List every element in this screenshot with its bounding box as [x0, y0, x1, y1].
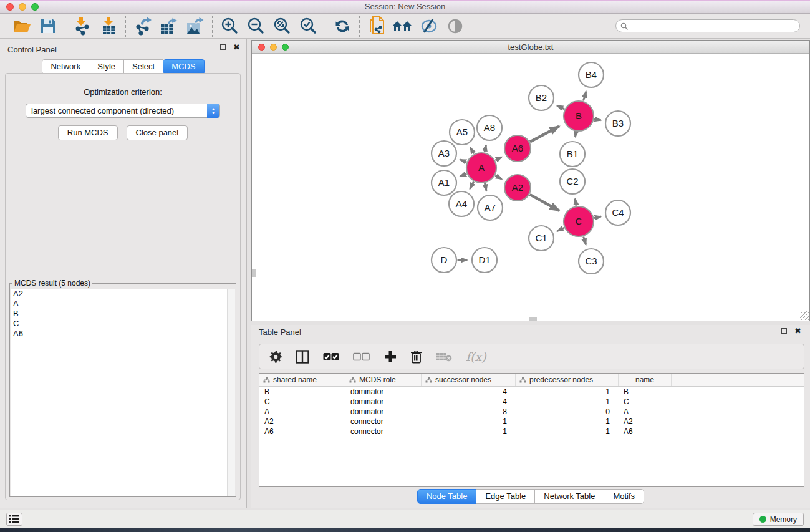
network-window-titlebar[interactable]: testGlobe.txt: [252, 41, 809, 54]
table-cell[interactable]: 1: [516, 387, 619, 397]
table-cell[interactable]: 4: [422, 387, 516, 397]
network-canvas[interactable]: B4B2BB3B1A5A8A6A3AA1A2A4A7C2C4CC1C3DD1: [252, 54, 809, 321]
table-cell[interactable]: 4: [422, 397, 516, 407]
table-row[interactable]: A6connector11A6: [259, 427, 804, 437]
table-cell[interactable]: 0: [516, 407, 619, 417]
graph-edge-B-B3[interactable]: [594, 119, 601, 120]
graph-edge-A-A3[interactable]: [460, 160, 466, 162]
graph-edge-C-C1[interactable]: [557, 228, 564, 231]
table-cell[interactable]: 1: [422, 427, 516, 437]
gear-icon[interactable]: [269, 351, 282, 363]
zoom-fit-icon[interactable]: [271, 16, 293, 36]
list-item[interactable]: C: [11, 319, 235, 329]
table-cell[interactable]: 1: [422, 417, 516, 427]
column-header-predecessor-nodes[interactable]: predecessor nodes: [516, 374, 619, 386]
close-panel-button[interactable]: Close panel: [127, 125, 188, 140]
tab-network-table[interactable]: Network Table: [535, 489, 604, 504]
export-table-icon[interactable]: [158, 16, 180, 36]
open-file-icon[interactable]: [11, 16, 33, 36]
float-table-panel-icon[interactable]: [781, 328, 787, 334]
columns-icon[interactable]: [296, 350, 309, 364]
graph-edge-A-A7[interactable]: [485, 183, 486, 191]
table-row[interactable]: Adominator80A: [259, 407, 804, 417]
search-input[interactable]: [615, 19, 800, 32]
close-panel-icon[interactable]: ✖: [233, 44, 240, 50]
function-builder-icon[interactable]: f(x): [466, 350, 486, 364]
list-item[interactable]: A2: [11, 289, 235, 299]
resize-grip-icon[interactable]: [800, 311, 809, 320]
add-icon[interactable]: [384, 351, 397, 363]
graph-edge-A-A8[interactable]: [485, 145, 486, 152]
table-cell[interactable]: C: [619, 397, 672, 407]
table-cell[interactable]: connector: [345, 427, 422, 437]
save-session-icon[interactable]: [37, 16, 59, 36]
zoom-in-icon[interactable]: [218, 16, 241, 36]
zoom-out-icon[interactable]: [244, 16, 267, 36]
tab-motifs[interactable]: Motifs: [604, 489, 644, 504]
criterion-dropdown[interactable]: largest connected component (directed) ▲…: [26, 104, 220, 118]
column-header-successor-nodes[interactable]: successor nodes: [422, 374, 516, 386]
float-panel-icon[interactable]: [220, 44, 226, 50]
table-row[interactable]: A2connector11A2: [259, 417, 804, 427]
list-item[interactable]: A6: [11, 329, 235, 339]
table-cell[interactable]: A6: [259, 427, 345, 437]
tab-network[interactable]: Network: [42, 59, 89, 74]
task-history-button[interactable]: [6, 513, 22, 526]
memory-button[interactable]: Memory: [753, 513, 804, 526]
delete-icon[interactable]: [410, 350, 422, 364]
export-image-icon[interactable]: [184, 16, 206, 36]
graph-edge-B-B4[interactable]: [583, 92, 586, 101]
table-cell[interactable]: A: [619, 407, 672, 417]
eye-icon[interactable]: [444, 16, 466, 36]
table-cell[interactable]: 1: [516, 427, 619, 437]
graph-edge-A-A6[interactable]: [495, 157, 501, 160]
table-cell[interactable]: A6: [619, 427, 672, 437]
table-cell[interactable]: C: [259, 397, 345, 407]
export-network-icon[interactable]: [132, 16, 154, 36]
deselect-all-icon[interactable]: [353, 352, 370, 361]
vertical-scroll-thumb[interactable]: [252, 269, 256, 277]
select-all-icon[interactable]: [323, 352, 339, 361]
import-table-icon[interactable]: [97, 16, 120, 36]
table-cell[interactable]: A2: [619, 417, 672, 427]
refresh-icon[interactable]: [331, 16, 354, 36]
node-table[interactable]: shared nameMCDS rolesuccessor nodesprede…: [259, 373, 804, 487]
graph-edge-C-C3[interactable]: [584, 236, 586, 244]
graph-edge-A6-B[interactable]: [530, 127, 559, 142]
close-table-panel-icon[interactable]: ✖: [794, 328, 801, 334]
table-cell[interactable]: dominator: [345, 397, 422, 407]
run-mcds-button[interactable]: Run MCDS: [58, 125, 118, 140]
graph-edge-A-A5[interactable]: [470, 147, 474, 153]
table-cell[interactable]: B: [259, 387, 345, 397]
mcds-result-list[interactable]: A2ABCA6: [11, 289, 235, 496]
table-row[interactable]: Cdominator41C: [259, 397, 804, 407]
table-cell[interactable]: dominator: [345, 407, 422, 417]
column-header-name[interactable]: name: [619, 374, 672, 386]
tab-select[interactable]: Select: [124, 59, 163, 74]
graph-edge-A-A4[interactable]: [470, 181, 473, 188]
graph-edge-B-B1[interactable]: [575, 132, 576, 137]
graph-edge-C-C4[interactable]: [594, 216, 601, 218]
new-network-icon[interactable]: [365, 16, 388, 36]
table-cell[interactable]: connector: [345, 417, 422, 427]
column-header-shared-name[interactable]: shared name: [259, 374, 345, 386]
hide-details-icon[interactable]: [418, 16, 440, 36]
table-cell[interactable]: 8: [422, 407, 516, 417]
table-row[interactable]: Bdominator41B: [259, 387, 804, 397]
table-cell[interactable]: B: [619, 387, 672, 397]
tab-node-table[interactable]: Node Table: [417, 489, 477, 504]
list-scrollbar[interactable]: [227, 289, 235, 496]
table-cell[interactable]: A2: [259, 417, 345, 427]
delete-table-icon[interactable]: [436, 352, 452, 362]
graph-edge-C-C2[interactable]: [575, 198, 576, 205]
list-item[interactable]: A: [11, 299, 235, 309]
table-cell[interactable]: dominator: [345, 387, 422, 397]
graph-edge-A-A2[interactable]: [495, 175, 501, 179]
first-neighbors-icon[interactable]: [392, 16, 414, 36]
import-network-icon[interactable]: [71, 16, 94, 36]
tab-style[interactable]: Style: [89, 59, 124, 74]
graph-edge-B-B2[interactable]: [557, 105, 564, 109]
tab-mcds[interactable]: MCDS: [163, 59, 204, 74]
list-item[interactable]: B: [11, 309, 235, 319]
graph-edge-A2-C[interactable]: [530, 195, 559, 211]
